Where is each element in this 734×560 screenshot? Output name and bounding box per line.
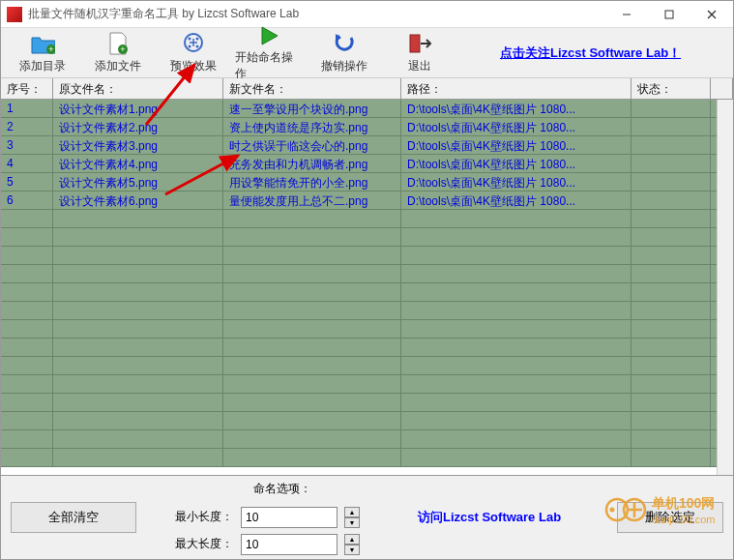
table-row[interactable]: 6设计文件素材6.png量便能发度用上总不二.pngD:\tools\桌面\4K… — [1, 192, 733, 210]
maximize-icon — [664, 10, 674, 19]
empty-row — [1, 357, 733, 375]
undo-button[interactable]: 撤销操作 — [310, 29, 378, 77]
svg-text:+: + — [120, 44, 125, 54]
col-status[interactable]: 状态： — [631, 78, 711, 99]
empty-row — [1, 430, 733, 449]
cell-path: D:\tools\桌面\4K壁纸图片 1080... — [401, 173, 631, 191]
cell-orig: 设计文件素材2.png — [53, 118, 223, 135]
maximize-button[interactable] — [648, 1, 690, 28]
grid-header: 序号： 原文件名： 新文件名： 路径： 状态： — [1, 78, 733, 100]
cell-status — [631, 173, 711, 191]
cell-path: D:\tools\桌面\4K壁纸图片 1080... — [401, 136, 631, 154]
close-button[interactable] — [690, 1, 733, 28]
cell-status — [631, 155, 711, 172]
vertical-scrollbar[interactable] — [717, 100, 733, 475]
minimize-button[interactable] — [605, 1, 648, 28]
cell-new: 用设擎能情免开的小全.png — [223, 173, 401, 191]
cell-new: 量便能发度用上总不二.png — [223, 192, 401, 209]
grid-body[interactable]: 1设计文件素材1.png速一至擎设用个块设的.pngD:\tools\桌面\4K… — [1, 100, 733, 467]
table-row[interactable]: 3设计文件素材3.png时之供误于临这会心的.pngD:\tools\桌面\4K… — [1, 136, 733, 155]
col-orig[interactable]: 原文件名： — [53, 78, 223, 99]
cell-orig: 设计文件素材4.png — [53, 155, 223, 172]
cell-orig: 设计文件素材6.png — [53, 192, 223, 209]
col-index[interactable]: 序号： — [1, 78, 53, 99]
window-controls — [605, 1, 733, 28]
cell-new: 充务发由和力机调畅者.png — [223, 155, 401, 172]
title-bar: 批量文件随机汉字重命名工具 by Lizcst Software Lab — [1, 1, 733, 28]
svg-text:+: + — [48, 44, 53, 54]
cell-orig: 设计文件素材5.png — [53, 173, 223, 191]
empty-row — [1, 394, 733, 412]
watermark-brand: 单机100网 — [651, 495, 715, 511]
col-path[interactable]: 路径： — [401, 78, 631, 99]
cell-orig: 设计文件素材1.png — [53, 100, 223, 117]
promo-link[interactable]: 点击关注Lizcst Software Lab！ — [500, 44, 681, 62]
col-spacer — [711, 78, 733, 99]
table-row[interactable]: 4设计文件素材4.png充务发由和力机调畅者.pngD:\tools\桌面\4K… — [1, 155, 733, 173]
add-file-label: 添加文件 — [95, 58, 141, 74]
empty-row — [1, 412, 733, 430]
minimize-icon — [622, 10, 631, 19]
add-dir-label: 添加目录 — [19, 58, 66, 74]
empty-row — [1, 210, 733, 228]
svg-point-17 — [610, 508, 615, 513]
add-dir-button[interactable]: + 添加目录 — [9, 29, 76, 77]
exit-label: 退出 — [408, 58, 431, 74]
min-len-down[interactable]: ▼ — [344, 517, 360, 528]
max-len-input[interactable] — [241, 534, 338, 555]
clear-all-button[interactable]: 全部清空 — [11, 502, 136, 533]
svg-point-9 — [189, 38, 191, 41]
min-len-label: 最小长度： — [165, 509, 233, 525]
cell-status — [631, 118, 711, 135]
table-row[interactable]: 2设计文件素材2.png资上使内道统是序边实.pngD:\tools\桌面\4K… — [1, 118, 733, 136]
min-len-up[interactable]: ▲ — [344, 507, 360, 517]
add-file-button[interactable]: + 添加文件 — [84, 29, 152, 77]
exit-button[interactable]: 退出 — [386, 29, 454, 77]
empty-row — [1, 302, 733, 320]
options-title: 命名选项： — [204, 481, 360, 497]
svg-rect-13 — [410, 35, 420, 52]
empty-row — [1, 247, 733, 265]
svg-point-11 — [189, 45, 191, 48]
preview-button[interactable]: 预览效果 — [160, 29, 227, 77]
empty-row — [1, 265, 733, 283]
play-icon — [256, 24, 281, 47]
watermark-url: danji100.com — [652, 514, 715, 525]
empty-row — [1, 283, 733, 302]
start-button[interactable]: 开始命名操作 — [235, 29, 303, 77]
cell-new: 速一至擎设用个块设的.png — [223, 100, 401, 117]
max-len-up[interactable]: ▲ — [344, 534, 360, 545]
cell-index: 6 — [1, 192, 53, 209]
cell-status — [631, 136, 711, 154]
undo-icon — [332, 31, 357, 56]
folder-plus-icon: + — [30, 31, 55, 56]
cell-path: D:\tools\桌面\4K壁纸图片 1080... — [401, 192, 631, 209]
cell-status — [631, 192, 711, 209]
cell-path: D:\tools\桌面\4K壁纸图片 1080... — [401, 118, 631, 135]
min-len-input[interactable] — [241, 507, 338, 528]
table-row[interactable]: 1设计文件素材1.png速一至擎设用个块设的.pngD:\tools\桌面\4K… — [1, 100, 733, 118]
cell-index: 3 — [1, 136, 53, 154]
cell-new: 资上使内道统是序边实.png — [223, 118, 401, 135]
max-len-down[interactable]: ▼ — [344, 545, 360, 555]
exit-icon — [407, 31, 432, 56]
naming-options: 命名选项： 最小长度： ▲ ▼ 最大长度： ▲ ▼ — [165, 481, 360, 555]
file-plus-icon: + — [105, 31, 131, 56]
empty-row — [1, 375, 733, 394]
close-icon — [707, 10, 717, 19]
svg-point-12 — [196, 45, 199, 48]
visit-link[interactable]: 访问Lizcst Software Lab — [418, 509, 561, 526]
cell-path: D:\tools\桌面\4K壁纸图片 1080... — [401, 100, 631, 117]
svg-point-10 — [196, 38, 199, 41]
max-len-label: 最大长度： — [165, 536, 233, 552]
table-row[interactable]: 5设计文件素材5.png用设擎能情免开的小全.pngD:\tools\桌面\4K… — [1, 173, 733, 192]
app-icon — [7, 7, 22, 22]
preview-label: 预览效果 — [170, 58, 217, 74]
cell-index: 1 — [1, 100, 53, 117]
cell-path: D:\tools\桌面\4K壁纸图片 1080... — [401, 155, 631, 172]
start-label: 开始命名操作 — [235, 49, 303, 82]
file-grid: 序号： 原文件名： 新文件名： 路径： 状态： 1设计文件素材1.png速一至擎… — [1, 78, 733, 476]
col-new[interactable]: 新文件名： — [223, 78, 401, 99]
window-title: 批量文件随机汉字重命名工具 by Lizcst Software Lab — [28, 6, 605, 22]
cell-orig: 设计文件素材3.png — [53, 136, 223, 154]
